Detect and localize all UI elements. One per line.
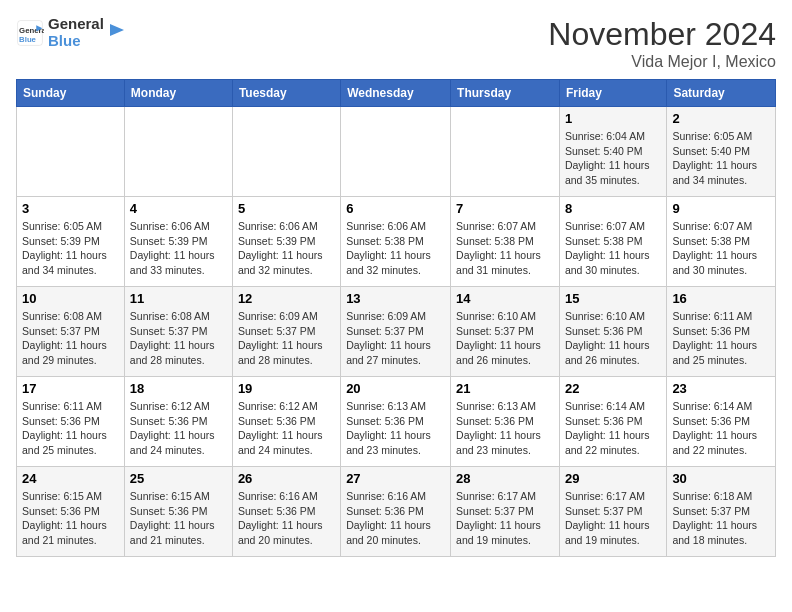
- day-info: Sunrise: 6:15 AM Sunset: 5:36 PM Dayligh…: [130, 489, 227, 548]
- day-number: 8: [565, 201, 661, 216]
- svg-text:Blue: Blue: [19, 34, 37, 43]
- day-cell: 26Sunrise: 6:16 AM Sunset: 5:36 PM Dayli…: [232, 467, 340, 557]
- day-info: Sunrise: 6:16 AM Sunset: 5:36 PM Dayligh…: [346, 489, 445, 548]
- day-cell: 13Sunrise: 6:09 AM Sunset: 5:37 PM Dayli…: [341, 287, 451, 377]
- day-info: Sunrise: 6:11 AM Sunset: 5:36 PM Dayligh…: [672, 309, 770, 368]
- day-number: 30: [672, 471, 770, 486]
- day-cell: 7Sunrise: 6:07 AM Sunset: 5:38 PM Daylig…: [451, 197, 560, 287]
- day-info: Sunrise: 6:17 AM Sunset: 5:37 PM Dayligh…: [456, 489, 554, 548]
- day-number: 22: [565, 381, 661, 396]
- day-info: Sunrise: 6:14 AM Sunset: 5:36 PM Dayligh…: [672, 399, 770, 458]
- day-cell: [124, 107, 232, 197]
- day-cell: 16Sunrise: 6:11 AM Sunset: 5:36 PM Dayli…: [667, 287, 776, 377]
- logo-blue: Blue: [48, 33, 104, 50]
- day-number: 2: [672, 111, 770, 126]
- day-number: 7: [456, 201, 554, 216]
- day-number: 23: [672, 381, 770, 396]
- day-cell: 25Sunrise: 6:15 AM Sunset: 5:36 PM Dayli…: [124, 467, 232, 557]
- page-header: General Blue General Blue November 2024 …: [16, 16, 776, 71]
- day-cell: 10Sunrise: 6:08 AM Sunset: 5:37 PM Dayli…: [17, 287, 125, 377]
- week-row-1: 1Sunrise: 6:04 AM Sunset: 5:40 PM Daylig…: [17, 107, 776, 197]
- day-number: 18: [130, 381, 227, 396]
- day-info: Sunrise: 6:07 AM Sunset: 5:38 PM Dayligh…: [565, 219, 661, 278]
- logo-general: General: [48, 15, 104, 32]
- day-info: Sunrise: 6:05 AM Sunset: 5:39 PM Dayligh…: [22, 219, 119, 278]
- day-number: 25: [130, 471, 227, 486]
- location-subtitle: Vida Mejor I, Mexico: [548, 53, 776, 71]
- day-number: 20: [346, 381, 445, 396]
- calendar-body: 1Sunrise: 6:04 AM Sunset: 5:40 PM Daylig…: [17, 107, 776, 557]
- day-number: 16: [672, 291, 770, 306]
- week-row-3: 10Sunrise: 6:08 AM Sunset: 5:37 PM Dayli…: [17, 287, 776, 377]
- day-number: 5: [238, 201, 335, 216]
- day-cell: 14Sunrise: 6:10 AM Sunset: 5:37 PM Dayli…: [451, 287, 560, 377]
- day-cell: 30Sunrise: 6:18 AM Sunset: 5:37 PM Dayli…: [667, 467, 776, 557]
- day-cell: 5Sunrise: 6:06 AM Sunset: 5:39 PM Daylig…: [232, 197, 340, 287]
- header-tuesday: Tuesday: [232, 80, 340, 107]
- day-cell: 28Sunrise: 6:17 AM Sunset: 5:37 PM Dayli…: [451, 467, 560, 557]
- day-number: 21: [456, 381, 554, 396]
- day-cell: 27Sunrise: 6:16 AM Sunset: 5:36 PM Dayli…: [341, 467, 451, 557]
- day-info: Sunrise: 6:05 AM Sunset: 5:40 PM Dayligh…: [672, 129, 770, 188]
- day-cell: 19Sunrise: 6:12 AM Sunset: 5:36 PM Dayli…: [232, 377, 340, 467]
- day-number: 1: [565, 111, 661, 126]
- day-number: 3: [22, 201, 119, 216]
- title-block: November 2024 Vida Mejor I, Mexico: [548, 16, 776, 71]
- day-cell: [341, 107, 451, 197]
- day-info: Sunrise: 6:13 AM Sunset: 5:36 PM Dayligh…: [346, 399, 445, 458]
- week-row-5: 24Sunrise: 6:15 AM Sunset: 5:36 PM Dayli…: [17, 467, 776, 557]
- day-cell: 4Sunrise: 6:06 AM Sunset: 5:39 PM Daylig…: [124, 197, 232, 287]
- calendar-header-row: SundayMondayTuesdayWednesdayThursdayFrid…: [17, 80, 776, 107]
- day-info: Sunrise: 6:15 AM Sunset: 5:36 PM Dayligh…: [22, 489, 119, 548]
- day-cell: [232, 107, 340, 197]
- day-info: Sunrise: 6:18 AM Sunset: 5:37 PM Dayligh…: [672, 489, 770, 548]
- day-info: Sunrise: 6:09 AM Sunset: 5:37 PM Dayligh…: [346, 309, 445, 368]
- day-info: Sunrise: 6:11 AM Sunset: 5:36 PM Dayligh…: [22, 399, 119, 458]
- day-cell: 15Sunrise: 6:10 AM Sunset: 5:36 PM Dayli…: [559, 287, 666, 377]
- logo-icon: General Blue: [16, 19, 44, 47]
- day-cell: 8Sunrise: 6:07 AM Sunset: 5:38 PM Daylig…: [559, 197, 666, 287]
- day-info: Sunrise: 6:12 AM Sunset: 5:36 PM Dayligh…: [130, 399, 227, 458]
- day-cell: 12Sunrise: 6:09 AM Sunset: 5:37 PM Dayli…: [232, 287, 340, 377]
- calendar-table: SundayMondayTuesdayWednesdayThursdayFrid…: [16, 79, 776, 557]
- header-friday: Friday: [559, 80, 666, 107]
- day-number: 19: [238, 381, 335, 396]
- day-number: 11: [130, 291, 227, 306]
- day-cell: 2Sunrise: 6:05 AM Sunset: 5:40 PM Daylig…: [667, 107, 776, 197]
- day-cell: 24Sunrise: 6:15 AM Sunset: 5:36 PM Dayli…: [17, 467, 125, 557]
- day-cell: 21Sunrise: 6:13 AM Sunset: 5:36 PM Dayli…: [451, 377, 560, 467]
- day-info: Sunrise: 6:04 AM Sunset: 5:40 PM Dayligh…: [565, 129, 661, 188]
- day-number: 29: [565, 471, 661, 486]
- day-info: Sunrise: 6:06 AM Sunset: 5:39 PM Dayligh…: [130, 219, 227, 278]
- header-wednesday: Wednesday: [341, 80, 451, 107]
- day-number: 15: [565, 291, 661, 306]
- svg-marker-4: [110, 24, 124, 36]
- day-number: 26: [238, 471, 335, 486]
- day-cell: 20Sunrise: 6:13 AM Sunset: 5:36 PM Dayli…: [341, 377, 451, 467]
- day-number: 28: [456, 471, 554, 486]
- day-info: Sunrise: 6:07 AM Sunset: 5:38 PM Dayligh…: [672, 219, 770, 278]
- day-info: Sunrise: 6:10 AM Sunset: 5:37 PM Dayligh…: [456, 309, 554, 368]
- day-info: Sunrise: 6:08 AM Sunset: 5:37 PM Dayligh…: [130, 309, 227, 368]
- day-info: Sunrise: 6:10 AM Sunset: 5:36 PM Dayligh…: [565, 309, 661, 368]
- day-info: Sunrise: 6:06 AM Sunset: 5:39 PM Dayligh…: [238, 219, 335, 278]
- day-number: 13: [346, 291, 445, 306]
- day-number: 17: [22, 381, 119, 396]
- week-row-4: 17Sunrise: 6:11 AM Sunset: 5:36 PM Dayli…: [17, 377, 776, 467]
- day-number: 12: [238, 291, 335, 306]
- logo-flag-icon: [108, 22, 126, 44]
- day-info: Sunrise: 6:13 AM Sunset: 5:36 PM Dayligh…: [456, 399, 554, 458]
- day-cell: [17, 107, 125, 197]
- day-cell: 17Sunrise: 6:11 AM Sunset: 5:36 PM Dayli…: [17, 377, 125, 467]
- day-cell: 6Sunrise: 6:06 AM Sunset: 5:38 PM Daylig…: [341, 197, 451, 287]
- day-number: 14: [456, 291, 554, 306]
- day-info: Sunrise: 6:14 AM Sunset: 5:36 PM Dayligh…: [565, 399, 661, 458]
- day-number: 9: [672, 201, 770, 216]
- day-cell: [451, 107, 560, 197]
- day-cell: 29Sunrise: 6:17 AM Sunset: 5:37 PM Dayli…: [559, 467, 666, 557]
- day-number: 24: [22, 471, 119, 486]
- day-cell: 9Sunrise: 6:07 AM Sunset: 5:38 PM Daylig…: [667, 197, 776, 287]
- day-info: Sunrise: 6:17 AM Sunset: 5:37 PM Dayligh…: [565, 489, 661, 548]
- day-number: 6: [346, 201, 445, 216]
- day-cell: 18Sunrise: 6:12 AM Sunset: 5:36 PM Dayli…: [124, 377, 232, 467]
